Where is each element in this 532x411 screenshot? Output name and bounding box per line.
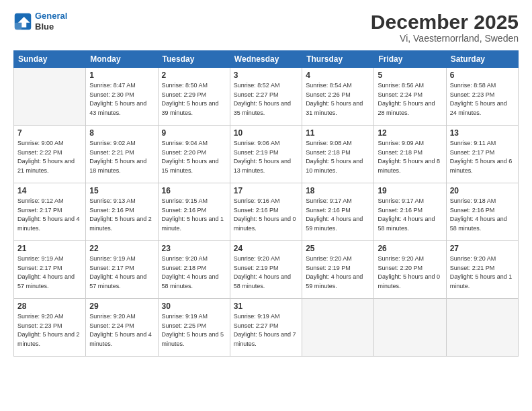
day-info: Sunrise: 9:17 AMSunset: 2:16 PMDaylight:… bbox=[306, 197, 370, 233]
calendar-cell: 15Sunrise: 9:13 AMSunset: 2:16 PMDayligh… bbox=[86, 183, 158, 241]
calendar-week-row: 21Sunrise: 9:19 AMSunset: 2:17 PMDayligh… bbox=[14, 241, 519, 299]
day-number: 5 bbox=[378, 71, 442, 80]
day-info: Sunrise: 9:20 AMSunset: 2:23 PMDaylight:… bbox=[17, 312, 82, 349]
calendar-cell bbox=[302, 299, 374, 357]
day-info: Sunrise: 9:20 AMSunset: 2:18 PMDaylight:… bbox=[162, 255, 226, 291]
day-number: 8 bbox=[89, 128, 154, 138]
day-info: Sunrise: 8:54 AMSunset: 2:26 PMDaylight:… bbox=[306, 81, 370, 118]
day-number: 10 bbox=[234, 128, 298, 138]
calendar-cell: 6Sunrise: 8:58 AMSunset: 2:23 PMDaylight… bbox=[446, 68, 518, 126]
day-info: Sunrise: 9:20 AMSunset: 2:21 PMDaylight:… bbox=[450, 255, 515, 291]
day-info: Sunrise: 8:56 AMSunset: 2:24 PMDaylight:… bbox=[378, 81, 442, 118]
page: General Blue December 2025 Vi, Vaesterno… bbox=[0, 0, 532, 411]
weekday-header-wednesday: Wednesday bbox=[230, 51, 302, 68]
weekday-header-monday: Monday bbox=[86, 51, 158, 68]
day-number: 16 bbox=[162, 186, 226, 195]
calendar-cell: 16Sunrise: 9:15 AMSunset: 2:16 PMDayligh… bbox=[158, 183, 230, 241]
calendar-cell bbox=[374, 299, 446, 357]
day-info: Sunrise: 9:15 AMSunset: 2:16 PMDaylight:… bbox=[162, 197, 226, 233]
day-info: Sunrise: 9:00 AMSunset: 2:22 PMDaylight:… bbox=[17, 139, 82, 175]
day-number: 6 bbox=[450, 71, 515, 80]
calendar-cell: 2Sunrise: 8:50 AMSunset: 2:29 PMDaylight… bbox=[158, 68, 230, 126]
calendar-cell: 25Sunrise: 9:20 AMSunset: 2:19 PMDayligh… bbox=[302, 241, 374, 299]
day-number: 18 bbox=[306, 186, 370, 195]
day-number: 9 bbox=[162, 128, 226, 138]
day-info: Sunrise: 8:47 AMSunset: 2:30 PMDaylight:… bbox=[89, 81, 154, 118]
day-info: Sunrise: 9:16 AMSunset: 2:16 PMDaylight:… bbox=[234, 197, 298, 233]
day-info: Sunrise: 9:20 AMSunset: 2:19 PMDaylight:… bbox=[306, 255, 370, 291]
day-number: 31 bbox=[234, 302, 298, 311]
weekday-header-friday: Friday bbox=[374, 51, 446, 68]
day-info: Sunrise: 9:19 AMSunset: 2:17 PMDaylight:… bbox=[17, 255, 82, 291]
calendar-week-row: 28Sunrise: 9:20 AMSunset: 2:23 PMDayligh… bbox=[14, 299, 519, 357]
day-number: 7 bbox=[17, 128, 82, 138]
weekday-header-saturday: Saturday bbox=[446, 51, 518, 68]
calendar-cell: 13Sunrise: 9:11 AMSunset: 2:17 PMDayligh… bbox=[446, 126, 518, 183]
day-info: Sunrise: 9:12 AMSunset: 2:17 PMDaylight:… bbox=[17, 197, 82, 233]
month-title: December 2025 bbox=[371, 11, 519, 33]
calendar-cell: 18Sunrise: 9:17 AMSunset: 2:16 PMDayligh… bbox=[302, 183, 374, 241]
location-subtitle: Vi, Vaesternorrland, Sweden bbox=[371, 33, 519, 44]
day-number: 30 bbox=[162, 302, 226, 311]
day-info: Sunrise: 9:20 AMSunset: 2:20 PMDaylight:… bbox=[378, 255, 442, 291]
svg-rect-2 bbox=[15, 22, 22, 30]
calendar-cell: 30Sunrise: 9:19 AMSunset: 2:25 PMDayligh… bbox=[158, 299, 230, 357]
day-number: 20 bbox=[450, 186, 515, 195]
day-info: Sunrise: 8:52 AMSunset: 2:27 PMDaylight:… bbox=[234, 81, 298, 118]
calendar-cell: 27Sunrise: 9:20 AMSunset: 2:21 PMDayligh… bbox=[446, 241, 518, 299]
day-number: 19 bbox=[378, 186, 442, 195]
calendar-cell: 8Sunrise: 9:02 AMSunset: 2:21 PMDaylight… bbox=[86, 126, 158, 183]
logo-icon bbox=[13, 12, 32, 31]
calendar-cell: 9Sunrise: 9:04 AMSunset: 2:20 PMDaylight… bbox=[158, 126, 230, 183]
title-block: December 2025 Vi, Vaesternorrland, Swede… bbox=[371, 11, 519, 44]
day-info: Sunrise: 9:18 AMSunset: 2:16 PMDaylight:… bbox=[450, 197, 515, 233]
day-info: Sunrise: 9:09 AMSunset: 2:18 PMDaylight:… bbox=[378, 139, 442, 175]
calendar-cell: 21Sunrise: 9:19 AMSunset: 2:17 PMDayligh… bbox=[14, 241, 86, 299]
day-number: 23 bbox=[162, 244, 226, 253]
day-info: Sunrise: 9:13 AMSunset: 2:16 PMDaylight:… bbox=[89, 197, 154, 233]
calendar-cell bbox=[446, 299, 518, 357]
day-number: 17 bbox=[234, 186, 298, 195]
calendar-cell bbox=[14, 68, 86, 126]
calendar-cell: 7Sunrise: 9:00 AMSunset: 2:22 PMDaylight… bbox=[14, 126, 86, 183]
day-number: 13 bbox=[450, 128, 515, 138]
day-number: 29 bbox=[89, 302, 154, 311]
weekday-header-row: SundayMondayTuesdayWednesdayThursdayFrid… bbox=[14, 51, 519, 68]
day-info: Sunrise: 9:06 AMSunset: 2:19 PMDaylight:… bbox=[234, 139, 298, 175]
day-number: 28 bbox=[17, 302, 82, 311]
weekday-header-thursday: Thursday bbox=[302, 51, 374, 68]
day-info: Sunrise: 9:11 AMSunset: 2:17 PMDaylight:… bbox=[450, 139, 515, 175]
calendar-cell: 17Sunrise: 9:16 AMSunset: 2:16 PMDayligh… bbox=[230, 183, 302, 241]
calendar-week-row: 14Sunrise: 9:12 AMSunset: 2:17 PMDayligh… bbox=[14, 183, 519, 241]
calendar-cell: 31Sunrise: 9:19 AMSunset: 2:27 PMDayligh… bbox=[230, 299, 302, 357]
day-number: 22 bbox=[89, 244, 154, 253]
weekday-header-tuesday: Tuesday bbox=[158, 51, 230, 68]
day-info: Sunrise: 8:58 AMSunset: 2:23 PMDaylight:… bbox=[450, 81, 515, 118]
calendar-cell: 29Sunrise: 9:20 AMSunset: 2:24 PMDayligh… bbox=[86, 299, 158, 357]
header: General Blue December 2025 Vi, Vaesterno… bbox=[13, 11, 519, 44]
day-info: Sunrise: 9:17 AMSunset: 2:16 PMDaylight:… bbox=[378, 197, 442, 233]
logo: General Blue bbox=[13, 11, 67, 32]
calendar-cell: 12Sunrise: 9:09 AMSunset: 2:18 PMDayligh… bbox=[374, 126, 446, 183]
logo-text: General Blue bbox=[35, 11, 67, 32]
day-info: Sunrise: 9:20 AMSunset: 2:24 PMDaylight:… bbox=[89, 312, 154, 349]
day-number: 1 bbox=[89, 71, 154, 80]
calendar-week-row: 1Sunrise: 8:47 AMSunset: 2:30 PMDaylight… bbox=[14, 68, 519, 126]
day-number: 4 bbox=[306, 71, 370, 80]
day-info: Sunrise: 9:08 AMSunset: 2:18 PMDaylight:… bbox=[306, 139, 370, 175]
day-info: Sunrise: 9:04 AMSunset: 2:20 PMDaylight:… bbox=[162, 139, 226, 175]
calendar-cell: 28Sunrise: 9:20 AMSunset: 2:23 PMDayligh… bbox=[14, 299, 86, 357]
weekday-header-sunday: Sunday bbox=[14, 51, 86, 68]
day-info: Sunrise: 9:02 AMSunset: 2:21 PMDaylight:… bbox=[89, 139, 154, 175]
day-number: 11 bbox=[306, 128, 370, 138]
day-info: Sunrise: 9:20 AMSunset: 2:19 PMDaylight:… bbox=[234, 255, 298, 291]
day-number: 21 bbox=[17, 244, 82, 253]
calendar-cell: 5Sunrise: 8:56 AMSunset: 2:24 PMDaylight… bbox=[374, 68, 446, 126]
calendar-cell: 19Sunrise: 9:17 AMSunset: 2:16 PMDayligh… bbox=[374, 183, 446, 241]
day-info: Sunrise: 9:19 AMSunset: 2:27 PMDaylight:… bbox=[234, 312, 298, 349]
day-number: 26 bbox=[378, 244, 442, 253]
calendar-cell: 4Sunrise: 8:54 AMSunset: 2:26 PMDaylight… bbox=[302, 68, 374, 126]
day-info: Sunrise: 9:19 AMSunset: 2:25 PMDaylight:… bbox=[162, 312, 226, 349]
calendar-cell: 26Sunrise: 9:20 AMSunset: 2:20 PMDayligh… bbox=[374, 241, 446, 299]
day-number: 27 bbox=[450, 244, 515, 253]
